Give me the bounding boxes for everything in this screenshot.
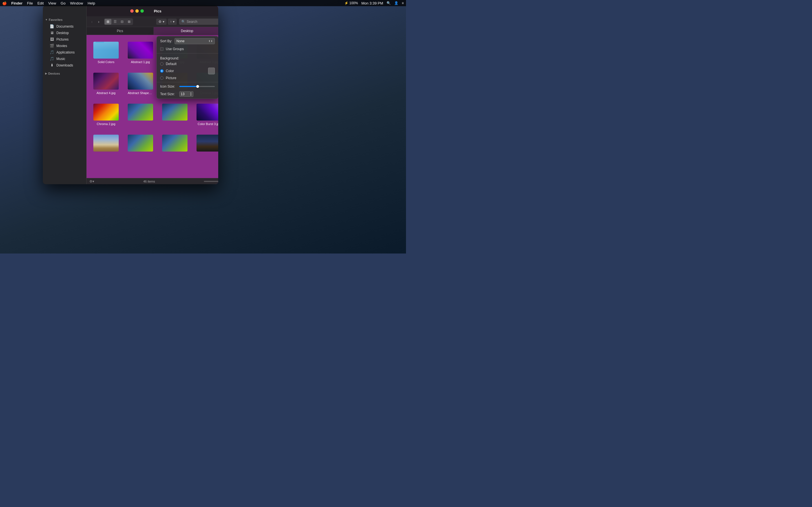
image-thumb [162,104,188,121]
action-buttons: ⚙ ▾ ↑ ▾ [156,18,177,25]
zoom-slider[interactable] [204,181,218,182]
maximize-button[interactable] [140,9,144,13]
bg-default-row[interactable]: Default [157,61,218,67]
control-center-icon[interactable]: ≡ [402,1,404,5]
image-thumb [197,104,218,121]
tab-desktop[interactable]: Desktop [154,27,218,35]
sidebar-item-documents[interactable]: 📄 Documents [44,23,85,29]
main-area: Pics ‹ › ⊞ ☰ ⊟ ⊠ ⚙ ▾ ↑ ▾ [87,6,218,184]
documents-icon: 📄 [50,24,54,29]
search-box[interactable]: 🔍 Search [179,18,218,25]
file-item-abstract1[interactable]: Abstract 1.jpg [125,40,155,66]
text-size-label: Text Size: [160,92,177,96]
folder-thumb [93,42,119,59]
finder-menu[interactable]: Finder [11,1,22,5]
list-view-button[interactable]: ☰ [112,19,118,24]
file-item-colorburst3[interactable]: Color Burst 3.jpg [194,101,218,128]
file-menu[interactable]: File [27,1,33,5]
icon-size-fill [179,86,197,87]
items-count: 46 items [96,180,203,183]
tab-bar: Pics Desktop + [87,27,218,35]
icon-view-button[interactable]: ⊞ [105,19,111,24]
popup-divider-1 [157,53,218,54]
arrange-button[interactable]: ⚙ ▾ [156,18,167,25]
sort-value: None [176,39,185,43]
sort-by-row: Sort By: None ⬆⬇ [157,36,218,46]
file-item-partial1[interactable] [125,132,155,156]
file-item-city[interactable] [194,132,218,156]
use-groups-checkbox[interactable] [160,47,163,51]
status-bar: ⚙▾ 46 items [87,178,218,184]
titlebar: Pics [87,6,218,16]
window-title: Pics [154,9,161,13]
window-menu[interactable]: Window [70,1,83,5]
devices-section[interactable]: ▶ Devices [43,71,86,76]
sidebar-item-label: Documents [56,24,73,29]
text-size-down[interactable]: ▼ [190,94,192,96]
color-swatch[interactable] [208,68,215,74]
text-size-select[interactable]: 13 ▲ ▼ [179,91,193,97]
notification-icon[interactable]: 👤 [394,1,398,5]
help-menu[interactable]: Help [88,1,95,5]
sidebar: ▼ Favorites 📄 Documents 🖥 Desktop 🖼 Pict… [43,6,87,184]
image-thumb [197,135,218,152]
file-item-partial2[interactable] [160,132,190,156]
file-item-abshapes2[interactable]: Abstract Shapes 2.jpg [125,70,155,97]
file-item-abstract4[interactable]: Abstract 4.jpg [91,70,121,97]
file-name: Solid Colors [98,60,114,64]
cover-flow-button[interactable]: ⊠ [126,19,133,24]
share-chevron: ▾ [173,20,174,24]
arrange-chevron: ▾ [163,20,164,24]
close-button[interactable] [130,9,134,13]
sidebar-item-pictures[interactable]: 🖼 Pictures [44,36,85,42]
icon-size-thumb[interactable] [196,85,199,88]
spotlight-icon[interactable]: 🔍 [387,1,391,5]
background-label: Background: [157,55,218,61]
sidebar-item-label: Music [56,57,65,61]
view-menu[interactable]: View [48,1,56,5]
sidebar-item-desktop[interactable]: 🖥 Desktop [44,30,85,36]
bg-default-radio[interactable] [160,62,163,66]
movies-icon: 🎬 [50,44,54,48]
finder-window: ▼ Favorites 📄 Documents 🖥 Desktop 🖼 Pict… [43,6,218,184]
image-thumb [128,42,153,59]
sidebar-item-movies[interactable]: 🎬 Movies [44,43,85,49]
icon-size-track[interactable] [179,86,215,87]
apple-menu[interactable]: 🍎 [2,1,7,5]
bg-color-radio[interactable] [160,69,163,73]
devices-chevron: ▶ [45,72,47,75]
edit-menu[interactable]: Edit [38,1,44,5]
applications-icon: 🎵 [50,50,54,54]
bg-color-row[interactable]: Color [157,67,218,75]
go-menu[interactable]: Go [61,1,65,5]
file-item-chroma2[interactable]: Chroma 2.jpg [91,101,121,128]
tab-desktop-label: Desktop [181,29,193,33]
use-groups-row[interactable]: Use Groups [157,46,218,52]
column-view-button[interactable]: ⊟ [119,19,125,24]
popup-divider-2 [157,82,218,82]
text-size-value: 13 [181,92,185,96]
minimize-button[interactable] [135,9,139,13]
file-item-co[interactable] [125,101,155,128]
file-item-hidden[interactable] [160,101,190,128]
bg-default-label: Default [166,62,176,66]
file-name: Color Burst 3.jpg [198,122,218,126]
favorites-section[interactable]: ▼ Favorites [43,17,86,22]
sidebar-item-music[interactable]: 🎵 Music [44,56,85,62]
sidebar-item-downloads[interactable]: ⬇ Downloads [44,62,85,68]
file-item-landscape[interactable] [91,132,121,156]
bg-picture-radio[interactable] [160,76,163,80]
back-button[interactable]: ‹ [89,18,95,25]
forward-button[interactable]: › [96,18,102,25]
bg-picture-row[interactable]: Picture [157,75,218,81]
sidebar-item-label: Movies [56,44,67,48]
sort-select[interactable]: None ⬆⬇ [174,38,215,44]
status-action-button[interactable]: ⚙▾ [89,179,94,184]
text-size-stepper[interactable]: ▲ ▼ [190,92,192,96]
view-switcher: ⊞ ☰ ⊟ ⊠ [104,18,133,25]
share-button[interactable]: ↑ ▾ [168,18,177,25]
image-thumb [128,104,153,121]
file-item-solid-colors[interactable]: Solid Colors [91,40,121,66]
tab-pics[interactable]: Pics [87,27,154,35]
sidebar-item-applications[interactable]: 🎵 Applications [44,49,85,55]
